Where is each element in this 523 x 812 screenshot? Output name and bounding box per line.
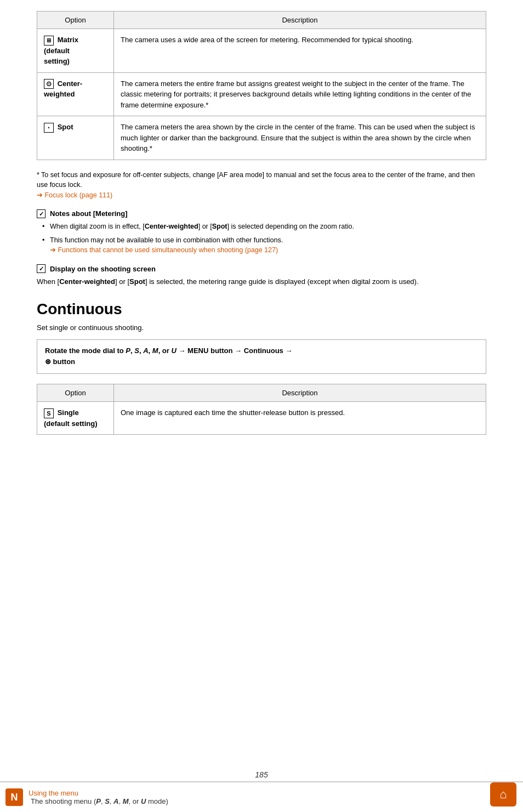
using-menu-link[interactable]: Using the menu <box>29 789 78 797</box>
option-centerweighted: ⊙ Center-weighted <box>37 72 114 116</box>
spot-icon: · <box>44 123 54 133</box>
notes-metering-list: When digital zoom is in effect, [Center-… <box>37 222 486 255</box>
footnote-link[interactable]: Focus lock (page 111) <box>37 190 486 201</box>
option-spot: · Spot <box>37 116 114 160</box>
table1-header-option: Option <box>37 12 114 29</box>
notes-metering: ✓ Notes about [Metering] When digital zo… <box>37 209 486 255</box>
table-row: · Spot The camera meters the area shown … <box>37 116 486 160</box>
bottom-bar: N Using the menu The shooting menu (P, S… <box>0 781 523 812</box>
home-icon[interactable]: ⌂ <box>490 782 516 807</box>
table2-header-description: Description <box>114 384 486 402</box>
desc-single: One image is captured each time the shut… <box>114 402 486 435</box>
list-item: When digital zoom is in effect, [Center-… <box>42 222 486 232</box>
notes-metering-title: ✓ Notes about [Metering] <box>37 209 486 218</box>
table-row: ⊙ Center-weighted The camera meters the … <box>37 72 486 116</box>
matrix-icon: ⊞ <box>44 36 54 46</box>
desc-centerweighted: The camera meters the entire frame but a… <box>114 72 486 116</box>
continuous-options-table: Option Description S Single (default set… <box>37 384 486 435</box>
desc-spot: The camera meters the area shown by the … <box>114 116 486 160</box>
display-note-title: ✓ Display on the shooting screen <box>37 264 486 273</box>
instruction-text: Rotate the mode dial to P, S, A, M, or U… <box>45 347 292 355</box>
footnote-section: * To set focus and exposure for off-cent… <box>37 170 486 201</box>
table1-header-description: Description <box>114 12 486 29</box>
desc-matrix: The camera uses a wide area of the scree… <box>114 29 486 73</box>
continuous-heading: Continuous <box>37 300 486 318</box>
display-note-text: When [Center-weighted] or [Spot] is sele… <box>37 276 486 287</box>
display-note: ✓ Display on the shooting screen When [C… <box>37 264 486 287</box>
instruction-box: Rotate the mode dial to P, S, A, M, or U… <box>37 339 486 374</box>
check-icon: ✓ <box>37 209 46 218</box>
option-single: S Single (default setting) <box>37 402 114 435</box>
table-row: S Single (default setting) One image is … <box>37 402 486 435</box>
centerweighted-icon: ⊙ <box>44 79 54 89</box>
nav-icon[interactable]: N <box>5 788 23 806</box>
metering-options-table: Option Description ⊞ Matrix (defaultsett… <box>37 11 486 160</box>
table-row: ⊞ Matrix (defaultsetting) The camera use… <box>37 29 486 73</box>
footnote-text: * To set focus and exposure for off-cent… <box>37 171 475 189</box>
page-number: 185 <box>0 770 523 779</box>
ok-button-label: ⊛ button <box>45 357 75 366</box>
notes-metering-link[interactable]: Functions that cannot be used simultaneo… <box>50 245 486 255</box>
nav-icon-letter: N <box>11 792 18 803</box>
list-item: This function may not be available to us… <box>42 235 486 256</box>
check-icon-2: ✓ <box>37 264 46 273</box>
home-icon-container: ⌂ <box>490 782 518 808</box>
single-icon: S <box>44 408 54 418</box>
shooting-menu-text: The shooting menu (P, S, A, M, or U mode… <box>31 797 168 805</box>
continuous-description: Set single or continuous shooting. <box>37 323 486 332</box>
table2-header-option: Option <box>37 384 114 402</box>
option-matrix: ⊞ Matrix (defaultsetting) <box>37 29 114 73</box>
